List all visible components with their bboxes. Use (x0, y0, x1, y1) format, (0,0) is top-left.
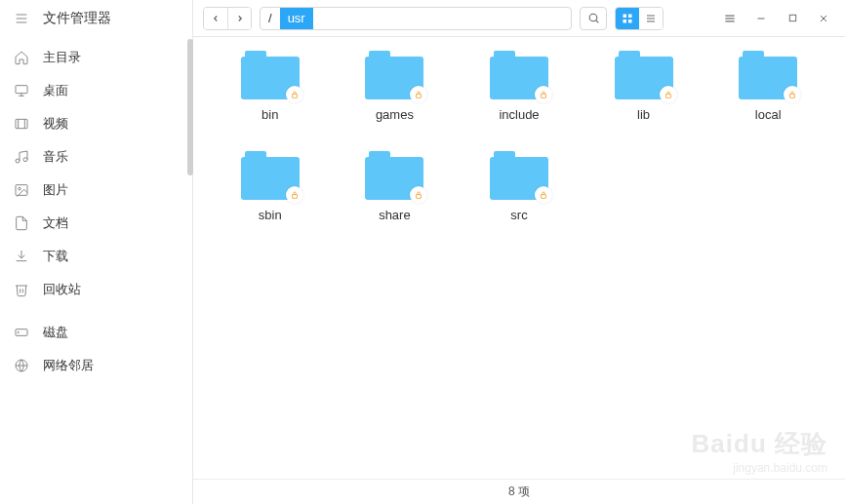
file-grid-area: bin games include lib (193, 37, 845, 479)
maximize-button[interactable] (781, 7, 804, 30)
svg-rect-33 (417, 95, 422, 98)
svg-rect-11 (16, 185, 27, 196)
folder-item[interactable]: local (710, 51, 825, 122)
folder-icon (490, 51, 548, 99)
svg-point-12 (19, 187, 21, 190)
path-bar[interactable]: / usr (260, 7, 572, 30)
svg-rect-29 (789, 15, 795, 20)
svg-rect-6 (16, 119, 27, 128)
close-button[interactable] (812, 7, 835, 30)
home-icon (14, 50, 29, 65)
folder-label: games (376, 107, 414, 122)
video-icon (14, 116, 29, 132)
status-text: 8 项 (508, 484, 530, 500)
lock-icon (660, 86, 677, 103)
app-title: 文件管理器 (43, 10, 111, 27)
app-menu-button[interactable] (718, 7, 742, 30)
svg-rect-32 (292, 95, 297, 98)
folder-label: src (510, 208, 527, 222)
folder-label: bin (262, 107, 278, 122)
folder-item[interactable]: lib (586, 51, 702, 122)
folder-label: lib (637, 107, 650, 122)
folder-icon (615, 51, 673, 99)
folder-item[interactable]: src (462, 151, 577, 222)
sidebar-section-disks[interactable]: 磁盘 (0, 316, 192, 349)
view-toggle (615, 7, 664, 30)
desktop-icon (14, 83, 29, 98)
lock-icon (410, 86, 427, 103)
download-icon (14, 249, 29, 264)
svg-point-16 (589, 14, 597, 21)
sidebar-item-label: 图片 (43, 181, 68, 199)
svg-rect-3 (16, 86, 27, 94)
svg-rect-36 (790, 95, 795, 98)
svg-rect-34 (541, 95, 545, 98)
svg-rect-21 (628, 19, 632, 23)
sidebar-item-music[interactable]: 音乐 (0, 140, 192, 174)
folder-icon (490, 151, 548, 200)
folder-icon (365, 151, 423, 200)
sidebar: 文件管理器 主目录 桌面 视频 音乐 图片 文档 下载 (0, 0, 193, 504)
sidebar-item-videos[interactable]: 视频 (0, 107, 192, 140)
folder-icon (241, 51, 300, 99)
folder-item[interactable]: games (338, 51, 453, 122)
sidebar-item-label: 主目录 (43, 49, 81, 66)
back-button[interactable] (204, 8, 227, 29)
minimize-button[interactable] (749, 7, 773, 30)
sidebar-item-label: 网络邻居 (43, 357, 94, 374)
icon-view-button[interactable] (616, 8, 639, 29)
search-button[interactable] (580, 7, 607, 30)
sidebar-item-trash[interactable]: 回收站 (0, 273, 192, 306)
folder-icon (241, 151, 300, 200)
lock-icon (535, 186, 552, 204)
network-icon (14, 358, 29, 373)
forward-button[interactable] (227, 8, 251, 29)
sidebar-header: 文件管理器 (0, 0, 192, 37)
folder-item[interactable]: bin (213, 51, 328, 122)
sidebar-item-network[interactable]: 网络邻居 (0, 349, 192, 382)
folder-item[interactable]: share (338, 151, 453, 222)
svg-point-10 (23, 158, 27, 162)
folder-label: include (499, 107, 539, 122)
sidebar-item-label: 下载 (43, 248, 68, 265)
folder-label: sbin (259, 208, 282, 222)
sidebar-item-pictures[interactable]: 图片 (0, 174, 192, 207)
svg-rect-19 (628, 14, 632, 18)
folder-item[interactable]: sbin (213, 151, 328, 222)
status-bar: 8 项 (193, 479, 845, 504)
svg-line-17 (595, 20, 598, 23)
lock-icon (410, 186, 427, 204)
trash-icon (14, 282, 29, 297)
list-view-button[interactable] (639, 8, 663, 29)
main-area: / usr bin (193, 0, 845, 504)
sidebar-item-documents[interactable]: 文档 (0, 207, 192, 240)
svg-rect-37 (292, 195, 297, 199)
svg-rect-20 (624, 19, 627, 23)
disk-icon (14, 325, 29, 340)
folder-icon (739, 51, 797, 99)
svg-rect-39 (541, 195, 545, 199)
svg-rect-18 (624, 14, 627, 18)
picture-icon (14, 182, 29, 198)
menu-icon[interactable] (14, 11, 29, 26)
nav-buttons (203, 7, 252, 30)
sidebar-item-label: 文档 (43, 214, 68, 232)
lock-icon (286, 86, 303, 103)
folder-icon (365, 51, 423, 99)
folder-label: local (755, 107, 782, 122)
svg-point-9 (16, 159, 20, 163)
path-segment-root[interactable]: / (261, 8, 280, 29)
sidebar-item-home[interactable]: 主目录 (0, 41, 192, 74)
sidebar-item-desktop[interactable]: 桌面 (0, 74, 192, 107)
folder-label: share (379, 208, 411, 222)
lock-icon (784, 86, 801, 103)
sidebar-item-label: 回收站 (43, 281, 81, 298)
section-label: 磁盘 (43, 324, 68, 341)
svg-rect-35 (665, 95, 670, 98)
sidebar-places: 主目录 桌面 视频 音乐 图片 文档 下载 回收站 (0, 37, 192, 310)
sidebar-item-downloads[interactable]: 下载 (0, 240, 192, 273)
path-segment-current[interactable]: usr (280, 8, 313, 29)
folder-item[interactable]: include (462, 51, 577, 122)
svg-point-14 (18, 331, 19, 332)
music-icon (14, 149, 29, 165)
